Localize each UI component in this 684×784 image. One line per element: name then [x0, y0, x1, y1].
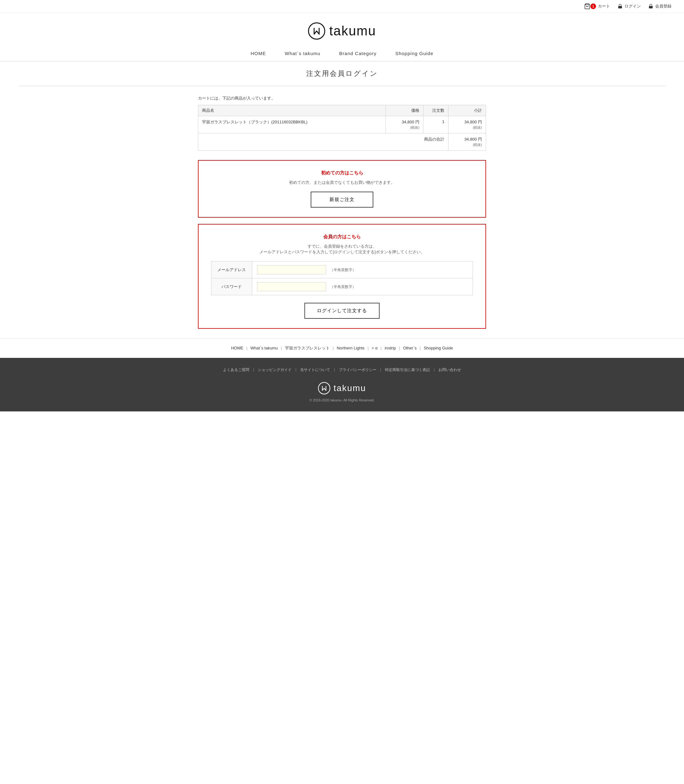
- cart-link[interactable]: 1 カート: [584, 3, 610, 10]
- footer-contact[interactable]: お問い合わせ: [439, 367, 461, 373]
- footer-nav-irodrip[interactable]: irodrip: [385, 346, 396, 350]
- footer-nav-shopping[interactable]: Shopping Guide: [424, 346, 453, 350]
- total-amount: 34,800 円 (税抜): [448, 134, 486, 151]
- login-label: ログイン: [624, 3, 641, 9]
- email-row: メールアドレス （半角英数字）: [211, 261, 473, 279]
- footer-about[interactable]: 当サイトについて: [300, 367, 330, 373]
- footer-logo-block: takumu © 2018-2020 takumu. All Rights Re…: [0, 382, 684, 402]
- password-input[interactable]: [257, 282, 326, 291]
- item-subtotal: 34,800 円 (税抜): [448, 116, 486, 134]
- col-qty: 注文数: [423, 105, 448, 116]
- login-order-button[interactable]: ログインして注文する: [305, 303, 379, 319]
- col-subtotal: 小計: [448, 105, 486, 116]
- total-row: 商品の合計 34,800 円 (税抜): [198, 134, 486, 151]
- logo-inner: takumu: [308, 22, 376, 40]
- footer-nav-northern-lights[interactable]: Northern Lights: [337, 346, 365, 350]
- new-order-title: 初めての方はこちら: [211, 170, 473, 176]
- main-nav: HOME What`s takumu Brand Category Shoppi…: [0, 47, 684, 61]
- svg-rect-2: [649, 6, 653, 8]
- page-title: 注文用会員ログイン: [19, 69, 665, 78]
- footer-nav-whats[interactable]: What`s takumu: [250, 346, 278, 350]
- member-title: 会員の方はこちら: [211, 234, 473, 240]
- email-label: メールアドレス: [211, 261, 252, 279]
- login-form-table: メールアドレス （半角英数字） パスワード （半角英数字）: [211, 261, 473, 295]
- new-order-desc: 初めての方、または会員でなくてもお買い物ができます。: [211, 180, 473, 185]
- footer-privacy[interactable]: プライバシーポリシー: [339, 367, 376, 373]
- svg-rect-1: [618, 6, 622, 8]
- nav-guide[interactable]: Shopping Guide: [395, 51, 434, 56]
- item-name: 宇宙ガラスブレスレット（ブラック）(201116032BBKBL): [198, 116, 386, 134]
- new-order-button[interactable]: 新規ご注文: [311, 192, 373, 208]
- email-input[interactable]: [257, 265, 326, 274]
- email-input-cell: （半角英数字）: [252, 261, 473, 279]
- col-name: 商品名: [198, 105, 386, 116]
- cart-notice: カートには、下記の商品が入っています。: [198, 95, 486, 101]
- content-area: カートには、下記の商品が入っています。 商品名 価格 注文数 小計 宇宙ガラスブ…: [192, 95, 492, 329]
- page-title-wrap: 注文用会員ログイン: [19, 61, 665, 86]
- footer-nav-home[interactable]: HOME: [231, 346, 244, 350]
- footer-tokushoho[interactable]: 特定商取引法に基づく表記: [385, 367, 430, 373]
- col-price: 価格: [386, 105, 423, 116]
- footer-logo-text: takumu: [334, 383, 366, 393]
- nav-home[interactable]: HOME: [250, 51, 266, 56]
- table-row: 宇宙ガラスブレスレット（ブラック）(201116032BBKBL) 34,800…: [198, 116, 486, 134]
- item-qty: 1: [423, 116, 448, 134]
- footer-faq[interactable]: よくあるご質問: [223, 367, 249, 373]
- cart-label: カート: [598, 3, 610, 9]
- password-input-cell: （半角英数字）: [252, 279, 473, 295]
- nav-brand[interactable]: Brand Category: [339, 51, 376, 56]
- cart-icon-wrap: 1: [584, 3, 596, 10]
- member-section: 会員の方はこちら すでに、会員登録をされている方は、 メールアドレスとパスワード…: [198, 224, 486, 329]
- logo-icon: [308, 22, 326, 40]
- register-label: 会員登録: [655, 3, 671, 9]
- footer-nav-alpha[interactable]: + α: [372, 346, 378, 350]
- item-price: 34,800 円 (税抜): [386, 116, 423, 134]
- footer-logo-icon: [318, 382, 331, 394]
- footer-links: よくあるご質問 | ショッピングガイド | 当サイトについて | プライバシーポ…: [0, 367, 684, 373]
- logo-text: takumu: [329, 24, 376, 39]
- footer-copyright: © 2018-2020 takumu. All Rights Reserved.: [0, 398, 684, 402]
- total-label: 商品の合計: [198, 134, 448, 151]
- footer-nav-others[interactable]: Other`s: [403, 346, 416, 350]
- footer-shopping-guide[interactable]: ショッピングガイド: [258, 367, 292, 373]
- register-link[interactable]: 会員登録: [648, 3, 671, 9]
- register-icon: [648, 4, 653, 9]
- footer-bottom: よくあるご質問 | ショッピングガイド | 当サイトについて | プライバシーポ…: [0, 358, 684, 411]
- cart-table: 商品名 価格 注文数 小計 宇宙ガラスブレスレット（ブラック）(20111603…: [198, 105, 486, 151]
- password-row: パスワード （半角英数字）: [211, 279, 473, 295]
- password-label: パスワード: [211, 279, 252, 295]
- cart-count: 1: [590, 3, 596, 9]
- password-hint: （半角英数字）: [330, 285, 356, 289]
- logo-area: takumu: [0, 13, 684, 47]
- footer-logo-area: takumu: [318, 382, 366, 394]
- nav-whats[interactable]: What`s takumu: [285, 51, 320, 56]
- member-desc: すでに、会員登録をされている方は、 メールアドレスとパスワードを入力して[ログイ…: [211, 243, 473, 255]
- footer-nav: HOME | What`s takumu | 宇宙ガラスブレスレット | Nor…: [0, 338, 684, 358]
- new-order-section: 初めての方はこちら 初めての方、または会員でなくてもお買い物ができます。 新規ご…: [198, 160, 486, 217]
- lock-icon: [618, 4, 623, 9]
- cart-icon: [584, 3, 590, 10]
- top-bar: 1 カート ログイン 会員登録: [0, 0, 684, 13]
- email-hint: （半角英数字）: [330, 268, 356, 272]
- login-link[interactable]: ログイン: [618, 3, 641, 9]
- footer-nav-bracelet[interactable]: 宇宙ガラスブレスレット: [285, 346, 330, 350]
